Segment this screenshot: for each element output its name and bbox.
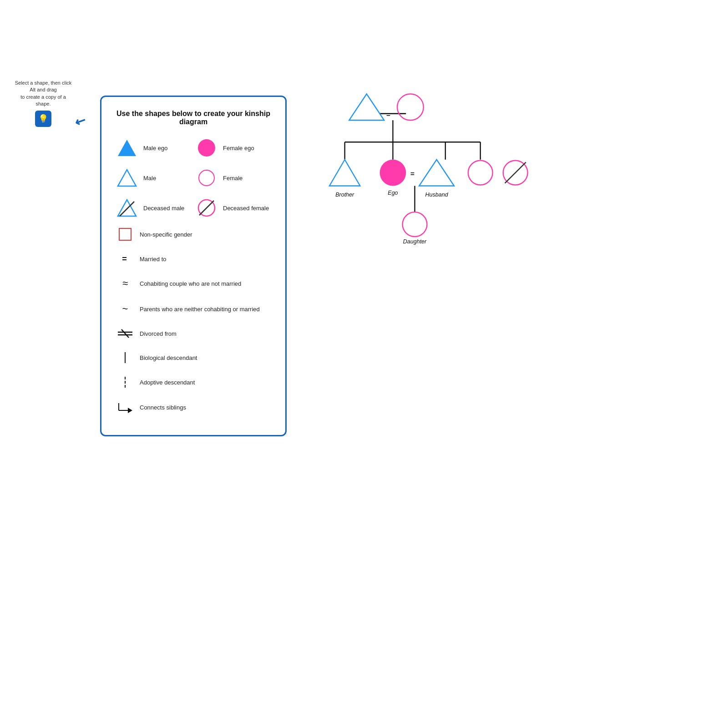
brother-shape: [329, 160, 360, 186]
hint-icon: 💡: [35, 111, 51, 127]
svg-line-8: [121, 329, 129, 338]
deceased-male-shape: [116, 197, 138, 219]
legend-item-adopt-desc: Adoptive descendant: [116, 377, 271, 388]
female-circle: [198, 170, 215, 186]
non-specific-symbol: [116, 228, 134, 241]
ego-shape: [380, 160, 406, 186]
non-specific-rect: [119, 228, 131, 241]
father-shape: [349, 94, 384, 121]
cohabiting-label: Cohabiting couple who are not married: [140, 280, 241, 287]
cohabiting-symbol: ≈: [122, 278, 128, 289]
sibling3-slash: [505, 162, 526, 183]
female-shape: [196, 167, 217, 189]
bio-desc-line: [125, 352, 126, 363]
married-label: Married to: [140, 256, 167, 263]
bio-desc-label: Biological descendant: [140, 354, 197, 361]
divorced-label: Divorced from: [140, 330, 177, 337]
legend-grid: Male ego Female ego Male Female: [116, 137, 271, 219]
married-symbol-box: =: [116, 254, 134, 264]
hint-box: Select a shape, then click Alt and drag …: [14, 80, 73, 127]
female-label: Female: [223, 175, 243, 182]
legend-item-non-specific: Non-specific gender: [116, 228, 271, 241]
brother-label: Brother: [335, 192, 354, 198]
kinship-svg: = Brother Ego = Husband: [318, 77, 546, 259]
male-ego-shape: [116, 137, 138, 159]
siblings-symbol-box: [116, 401, 134, 413]
legend-item-bio-desc: Biological descendant: [116, 352, 271, 363]
male-label: Male: [143, 175, 156, 182]
deceased-male-label: Deceased male: [143, 205, 184, 212]
female-ego-shape: [196, 137, 217, 159]
bio-desc-symbol-box: [116, 352, 134, 363]
legend-item-neither: ~ Parents who are neither cohabiting or …: [116, 303, 271, 315]
ego-label: Ego: [388, 190, 398, 196]
legend-item-female-ego: Female ego: [196, 137, 271, 159]
legend-item-male: Male: [116, 167, 191, 189]
neither-symbol-box: ~: [116, 303, 134, 315]
adopt-desc-label: Adoptive descendant: [140, 379, 195, 386]
kinship-diagram: = Brother Ego = Husband: [318, 77, 546, 259]
cohabiting-symbol-box: ≈: [116, 278, 134, 289]
legend-item-divorced: Divorced from: [116, 329, 271, 339]
hint-arrow-icon: ↙: [72, 112, 88, 131]
legend-item-deceased-male: Deceased male: [116, 197, 191, 219]
svg-marker-0: [118, 140, 136, 156]
svg-text:=: =: [386, 111, 391, 118]
legend-item-married: = Married to: [116, 254, 271, 264]
legend-item-female: Female: [196, 167, 271, 189]
legend-item-deceased-female: Deceased female: [196, 197, 271, 219]
divorced-symbol: [117, 329, 133, 339]
neither-label: Parents who are neither cohabiting or ma…: [140, 306, 260, 313]
female-ego-label: Female ego: [223, 145, 254, 152]
male-shape: [116, 167, 138, 189]
husband-label: Husband: [425, 192, 449, 198]
male-ego-label: Male ego: [143, 145, 167, 152]
ego-married-symbol: =: [410, 170, 415, 177]
female-ego-circle: [198, 139, 215, 157]
adopt-desc-line: [125, 377, 126, 388]
sibling2-shape: [468, 161, 493, 185]
neither-symbol: ~: [122, 303, 128, 315]
legend-item-male-ego: Male ego: [116, 137, 191, 159]
hint-line1: Select a shape, then click Alt and drag: [15, 80, 72, 92]
deceased-female-label: Deceased female: [223, 205, 269, 212]
non-specific-label: Non-specific gender: [140, 231, 192, 238]
adopt-desc-symbol-box: [116, 377, 134, 388]
legend-item-siblings: Connects siblings: [116, 401, 271, 413]
legend-card: Use the shapes below to create your kins…: [100, 96, 287, 436]
husband-shape: [419, 160, 454, 186]
divorced-symbol-box: [116, 329, 134, 339]
married-symbol: =: [122, 254, 128, 264]
svg-marker-1: [118, 170, 136, 186]
legend-title: Use the shapes below to create your kins…: [116, 110, 271, 126]
svg-line-5: [199, 201, 214, 215]
daughter-label: Daughter: [403, 238, 427, 245]
legend-singles: Non-specific gender = Married to ≈ Cohab…: [116, 228, 271, 420]
mother-shape: [397, 94, 424, 121]
siblings-label: Connects siblings: [140, 404, 186, 411]
siblings-symbol: [117, 401, 133, 413]
legend-item-cohabiting: ≈ Cohabiting couple who are not married: [116, 278, 271, 289]
daughter-shape: [403, 212, 427, 237]
hint-line2: to create a copy of a shape.: [20, 94, 66, 106]
deceased-female-shape: [196, 197, 217, 219]
hint-text: Select a shape, then click Alt and drag …: [14, 80, 73, 108]
svg-marker-11: [128, 408, 132, 413]
